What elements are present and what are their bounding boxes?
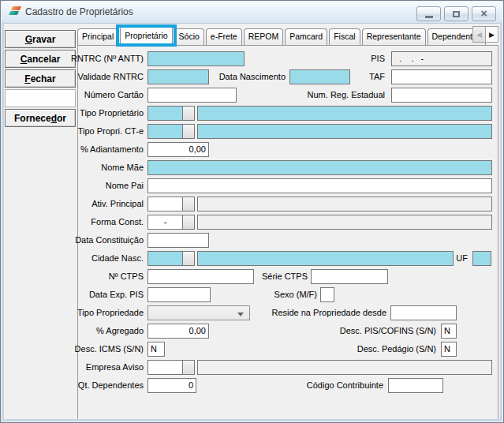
restore-icon — [453, 11, 460, 17]
tipo-propri-cte-description — [197, 124, 492, 139]
cidade-nasc-label: Cidade Nasc. — [91, 251, 144, 266]
empresa-aviso-label: Empresa Aviso — [86, 360, 144, 375]
minimize-button[interactable] — [416, 6, 441, 21]
tipo-proprietario-description — [197, 106, 492, 121]
tab-strip: Principal Proprietário Sócio e-Frete REP… — [77, 26, 472, 45]
ativ-principal-description — [197, 197, 492, 212]
tab-repom[interactable]: REPOM — [244, 28, 284, 45]
form-row: RNTRC (Nº ANTT) PIS . . - — [78, 51, 498, 66]
nome-pai-label: Nome Pai — [106, 178, 144, 193]
tipo-propriedade-select[interactable] — [147, 305, 250, 320]
tab-socio[interactable]: Sócio — [174, 28, 204, 45]
data-exp-pis-input[interactable] — [147, 287, 211, 302]
form-row: Data Exp. PIS Sexo (M/F) — [78, 287, 498, 302]
no-ctps-input[interactable] — [147, 269, 254, 284]
cidade-nasc-code-input[interactable] — [147, 251, 183, 266]
data-constituicao-label: Data Constituição — [75, 233, 144, 248]
empresa-aviso-description — [197, 360, 492, 375]
ativ-principal-label: Ativ. Principal — [91, 197, 144, 212]
serie-ctps-input[interactable] — [311, 269, 388, 284]
tab-principal[interactable]: Principal — [77, 28, 118, 45]
validade-rntrc-label: Validade RNTRC — [77, 69, 144, 84]
nome-mae-input[interactable] — [147, 160, 492, 175]
codigo-contribuinte-label: Código Contribuinte — [307, 378, 383, 393]
empresa-aviso-lookup-button[interactable] — [182, 360, 195, 375]
cidade-nasc-description — [197, 251, 454, 266]
tab-representante[interactable]: Representante — [362, 28, 426, 45]
tipo-proprietario-lookup-button[interactable] — [182, 106, 195, 121]
forma-const-code-input[interactable]: - — [147, 215, 183, 230]
num-reg-estadual-input[interactable] — [391, 88, 492, 103]
tipo-propriedade-label: Tipo Propriedade — [77, 305, 144, 320]
rntrc-input[interactable] — [147, 51, 245, 66]
ativ-principal-code-input[interactable] — [147, 197, 183, 212]
restore-button[interactable] — [444, 6, 469, 21]
ativ-principal-lookup-button[interactable] — [182, 197, 195, 212]
validade-rntrc-input[interactable] — [147, 69, 209, 84]
pct-agregado-input[interactable]: 0,00 — [147, 324, 209, 339]
tipo-propri-cte-code-input[interactable] — [147, 124, 183, 139]
pis-input: . . - — [391, 51, 492, 66]
form-row: Ativ. Principal — [78, 197, 498, 212]
tab-scroll-left-icon[interactable]: ◀ — [472, 26, 485, 43]
cidade-nasc-lookup-button[interactable] — [182, 251, 195, 266]
close-icon: × — [480, 8, 487, 19]
desc-pis-cofins-label: Desc. PIS/COFINS (S/N) — [340, 324, 436, 339]
form-row: Nome Mãe — [78, 160, 498, 175]
sidebar: Gravar Cancelar Fechar Fornecedor — [5, 30, 76, 129]
num-reg-estadual-label: Num. Reg. Estadual — [308, 88, 385, 103]
tab-e-frete[interactable]: e-Frete — [206, 28, 242, 45]
form-row: Forma Const. - — [78, 215, 498, 230]
fechar-button[interactable]: Fechar — [5, 69, 76, 88]
serie-ctps-label: Série CTPS — [262, 269, 308, 284]
sexo-label: Sexo (M/F) — [274, 287, 317, 302]
form-row: Cidade Nasc. UF — [78, 251, 498, 266]
empresa-aviso-code-input[interactable] — [147, 360, 183, 375]
form-row: Qt. Dependentes 0 Código Contribuinte — [78, 378, 498, 393]
reside-desde-label: Reside na Propriedade desde — [271, 305, 386, 320]
desc-pedagio-input[interactable]: N — [441, 342, 457, 357]
data-nascimento-input[interactable] — [289, 69, 350, 84]
tipo-proprietario-code-input[interactable] — [147, 106, 183, 121]
form-row: Validade RNTRC Data Nascimento TAF — [78, 69, 498, 84]
titlebar[interactable]: Cadastro de Proprietários × — [2, 2, 502, 24]
gravar-button[interactable]: Gravar — [5, 30, 76, 48]
tab-scroll-right-icon[interactable]: ▶ — [485, 26, 498, 43]
fornecedor-button[interactable]: Fornecedor — [5, 109, 76, 127]
data-constituicao-input[interactable] — [147, 233, 209, 248]
tab-fiscal[interactable]: Fiscal — [329, 28, 360, 45]
form-row: Tipo Propriedade Reside na Propriedade d… — [78, 305, 498, 320]
pct-adiantamento-label: % Adiantamento — [80, 142, 144, 157]
data-nascimento-label: Data Nascimento — [219, 69, 286, 84]
nome-pai-input[interactable] — [147, 178, 492, 193]
uf-input[interactable] — [472, 251, 491, 266]
form-row: Desc. ICMS (S/N) N Desc. Pedágio (S/N) N — [78, 342, 498, 357]
forma-const-description — [197, 215, 492, 230]
chevron-down-icon — [237, 313, 244, 316]
taf-input[interactable] — [391, 69, 492, 84]
cancelar-button[interactable]: Cancelar — [5, 50, 76, 68]
codigo-contribuinte-input[interactable] — [388, 378, 443, 393]
form-row: % Adiantamento 0,00 — [78, 142, 498, 157]
close-button[interactable]: × — [472, 6, 496, 21]
pis-label: PIS — [371, 51, 385, 66]
tab-proprietario[interactable]: Proprietário — [120, 26, 172, 45]
app-logo-icon — [9, 6, 23, 18]
proprietario-form-panel: RNTRC (Nº ANTT) PIS . . - Validade RNTRC… — [77, 45, 498, 421]
data-exp-pis-label: Data Exp. PIS — [89, 287, 144, 302]
numero-cartao-label: Número Cartão — [84, 88, 144, 103]
desc-pedagio-label: Desc. Pedágio (S/N) — [357, 342, 436, 357]
desc-pis-cofins-input[interactable]: N — [441, 324, 457, 339]
tipo-propri-cte-lookup-button[interactable] — [182, 124, 195, 139]
numero-cartao-input[interactable] — [147, 88, 237, 103]
sexo-input[interactable] — [320, 287, 334, 302]
reside-desde-input[interactable] — [390, 305, 457, 320]
pct-adiantamento-input[interactable]: 0,00 — [147, 142, 209, 157]
forma-const-lookup-button[interactable] — [182, 215, 195, 230]
nome-mae-label: Nome Mãe — [101, 160, 144, 175]
tab-pamcard[interactable]: Pamcard — [285, 28, 327, 45]
form-row: Data Constituição — [78, 233, 498, 248]
desc-icms-input[interactable]: N — [147, 342, 165, 357]
form-row: Nome Pai — [78, 178, 498, 193]
qt-dependentes-input[interactable]: 0 — [147, 378, 196, 393]
